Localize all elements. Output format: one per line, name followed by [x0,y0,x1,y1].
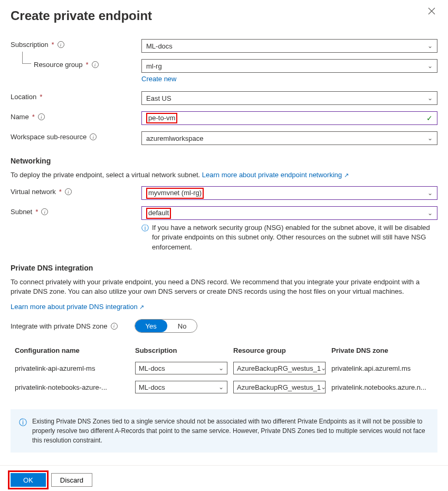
cell-zone: privatelink.notebooks.azure.n... [331,383,437,391]
info-icon: ⓘ [19,417,27,445]
row-rg-value: AzureBackupRG_westus_1 [237,364,321,372]
col-rg: Resource group [233,346,331,354]
virtual-network-label: Virtual network [11,188,56,196]
sub-resource-label: Workspace sub-resource [11,133,87,141]
external-link-icon: ↗ [139,304,144,310]
chevron-down-icon: ⌄ [427,42,433,50]
networking-desc-text: To deploy the private endpoint, select a… [11,171,200,179]
info-icon[interactable]: i [111,323,118,330]
chevron-down-icon: ⌄ [427,94,433,102]
location-label: Location [11,93,36,101]
dns-config-table: Configuration name Subscription Resource… [11,342,437,397]
check-icon: ✓ [426,114,433,122]
nsg-info: ⓘ If you have a network security group (… [141,223,437,252]
chevron-down-icon: ⌄ [427,209,433,217]
info-icon: ⓘ [141,223,149,252]
ok-button[interactable]: OK [11,473,46,487]
resource-group-select[interactable]: ml-rg ⌄ [141,59,437,73]
info-icon[interactable]: i [90,133,97,140]
info-icon[interactable]: i [38,113,45,120]
toggle-yes[interactable]: Yes [135,320,167,332]
name-label: Name [11,113,29,121]
col-zone: Private DNS zone [331,346,437,354]
dns-desc: To connect privately with your private e… [11,277,437,296]
table-row: privatelink-api-azureml-ms ML-docs⌄ Azur… [11,359,437,378]
close-icon[interactable] [426,5,437,19]
location-select[interactable]: East US ⌄ [141,91,437,105]
required-indicator: * [86,61,89,69]
virtual-network-select[interactable]: myvmvnet (ml-rg) ⌄ [141,186,437,200]
row-rg-select[interactable]: AzureBackupRG_westus_1⌄ [233,362,326,374]
virtual-network-value: myvmvnet (ml-rg) [146,188,204,199]
required-indicator: * [35,208,38,216]
table-row: privatelink-notebooks-azure-... ML-docs⌄… [11,378,437,397]
chevron-down-icon: ⌄ [218,364,224,372]
integrate-dns-label: Integrate with private DNS zone [11,322,108,330]
resource-group-label: Resource group [34,61,83,69]
info-icon[interactable]: i [58,41,64,48]
subscription-select[interactable]: ML-docs ⌄ [141,39,437,53]
name-value: pe-to-vm [146,113,177,124]
location-value: East US [146,94,171,102]
row-rg-value: AzureBackupRG_westus_1 [237,383,321,391]
subnet-select[interactable]: default ⌄ [141,206,437,220]
integrate-dns-toggle[interactable]: Yes No [135,319,198,333]
name-input[interactable]: pe-to-vm ✓ [141,111,437,125]
toggle-no[interactable]: No [167,320,197,332]
cell-config: privatelink-notebooks-azure-... [11,383,135,391]
learn-pe-link[interactable]: Learn more about private endpoint networ… [202,171,349,179]
dns-heading: Private DNS integration [11,264,437,272]
subscription-label: Subscription [11,41,49,49]
info-icon[interactable]: i [41,208,48,215]
chevron-down-icon: ⌄ [427,134,433,142]
learn-pe-text: Learn more about private endpoint networ… [202,171,342,179]
row-rg-select[interactable]: AzureBackupRG_westus_1⌄ [233,381,326,393]
col-sub: Subscription [135,346,233,354]
required-indicator: * [52,41,54,49]
chevron-down-icon: ⌄ [218,383,224,391]
resource-group-value: ml-rg [146,62,162,70]
dns-warning-text: Existing Private DNS Zones tied to a sin… [32,417,429,445]
panel-title: Create private endpoint [11,8,152,23]
required-indicator: * [59,188,62,196]
subnet-value: default [146,208,171,219]
info-icon[interactable]: i [65,188,72,195]
learn-dns-text: Learn more about private DNS integration [11,303,138,311]
learn-dns-link[interactable]: Learn more about private DNS integration… [11,303,144,311]
row-sub-select[interactable]: ML-docs⌄ [135,362,227,374]
dns-warning-box: ⓘ Existing Private DNS Zones tied to a s… [11,409,437,453]
cell-zone: privatelink.api.azureml.ms [331,364,437,372]
chevron-down-icon: ⌄ [427,62,433,70]
networking-heading: Networking [11,157,437,165]
required-indicator: * [40,93,42,101]
row-sub-value: ML-docs [139,364,165,372]
nsg-info-text: If you have a network security group (NS… [152,223,437,252]
row-sub-select[interactable]: ML-docs⌄ [135,381,227,393]
chevron-down-icon: ⌄ [321,383,326,391]
sub-resource-select[interactable]: azuremlworkspace ⌄ [141,131,437,145]
external-link-icon: ↗ [344,172,349,178]
sub-resource-value: azuremlworkspace [146,134,203,142]
discard-button[interactable]: Discard [51,473,92,487]
cell-config: privatelink-api-azureml-ms [11,364,135,372]
networking-desc: To deploy the private endpoint, select a… [11,170,437,180]
required-indicator: * [32,113,35,121]
chevron-down-icon: ⌄ [427,189,433,197]
chevron-down-icon: ⌄ [321,364,326,372]
subnet-label: Subnet [11,208,32,216]
info-icon[interactable]: i [92,61,99,68]
subscription-value: ML-docs [146,42,173,50]
create-new-link[interactable]: Create new [141,75,176,83]
col-config: Configuration name [11,346,135,354]
row-sub-value: ML-docs [139,383,165,391]
